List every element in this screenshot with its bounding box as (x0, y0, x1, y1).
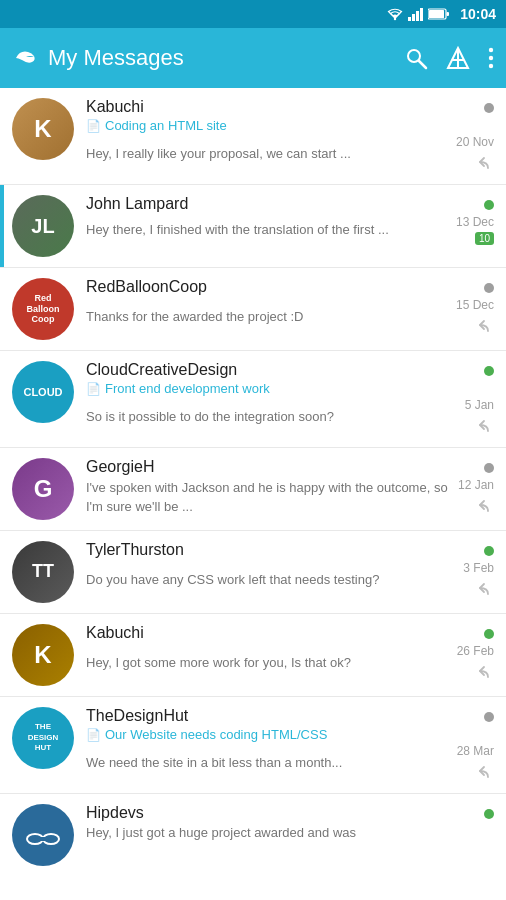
svg-point-16 (27, 834, 43, 844)
toolbar-brand: My Messages (12, 44, 394, 72)
message-date: 5 Jan (465, 398, 494, 412)
message-meta (484, 281, 494, 293)
message-subject: 📄 Front end development work (86, 381, 494, 396)
brand-icon (12, 44, 40, 72)
avatar: RedBalloonCoop (12, 278, 74, 340)
avatar: K (12, 98, 74, 160)
message-date: 12 Jan (458, 478, 494, 492)
message-content: RedBalloonCoopThanks for the awarded the… (86, 278, 494, 340)
avatar: JL (12, 195, 74, 257)
message-item[interactable]: RedBalloonCoopRedBalloonCoopThanks for t… (0, 268, 506, 351)
sender-name: CloudCreativeDesign (86, 361, 237, 379)
message-item[interactable]: CLOUDCloudCreativeDesign📄 Front end deve… (0, 351, 506, 448)
avatar: THEDESIGNHUT (12, 707, 74, 769)
message-preview: Hey, I really like your proposal, we can… (86, 145, 448, 163)
message-content: KabuchiHey, I got some more work for you… (86, 624, 494, 686)
toolbar-title: My Messages (48, 45, 184, 71)
message-meta (484, 627, 494, 639)
svg-point-13 (489, 48, 493, 52)
message-footer: We need the site in a bit less than a mo… (86, 744, 494, 783)
message-list[interactable]: KKabuchi📄 Coding an HTML siteHey, I real… (0, 88, 506, 900)
message-preview: Thanks for the awarded the project :D (86, 308, 448, 326)
online-dot (484, 629, 494, 639)
message-content: CloudCreativeDesign📄 Front end developme… (86, 361, 494, 437)
message-item[interactable]: TTTylerThurstonDo you have any CSS work … (0, 531, 506, 614)
reply-icon (478, 419, 494, 437)
svg-rect-1 (408, 17, 411, 21)
message-header: TheDesignHut (86, 707, 494, 725)
message-item[interactable]: GGeorgieHI've spoken with Jackson and he… (0, 448, 506, 531)
sender-name: John Lampard (86, 195, 188, 213)
more-icon (488, 46, 494, 70)
doc-icon: 📄 (86, 728, 101, 742)
message-footer: Hey, I got some more work for you, Is th… (86, 644, 494, 683)
sender-name: RedBalloonCoop (86, 278, 207, 296)
svg-rect-18 (41, 837, 45, 841)
status-bar: 10:04 (0, 0, 506, 28)
offline-dot (484, 103, 494, 113)
message-date: 20 Nov (456, 135, 494, 149)
message-content: GeorgieHI've spoken with Jackson and he … (86, 458, 494, 520)
message-item[interactable]: THEDESIGNHUTTheDesignHut📄 Our Website ne… (0, 697, 506, 794)
message-meta (484, 101, 494, 113)
sender-name: Kabuchi (86, 624, 144, 642)
svg-point-15 (489, 64, 493, 68)
message-header: Hipdevs (86, 804, 494, 822)
message-header: Kabuchi (86, 624, 494, 642)
reply-icon (478, 582, 494, 600)
message-header: TylerThurston (86, 541, 494, 559)
signal-icon (408, 7, 424, 21)
online-dot (484, 809, 494, 819)
svg-rect-6 (429, 10, 444, 18)
compose-icon (446, 46, 470, 70)
online-dot (484, 366, 494, 376)
toolbar-actions (404, 46, 494, 70)
message-meta (484, 198, 494, 210)
message-item[interactable]: KKabuchi📄 Coding an HTML siteHey, I real… (0, 88, 506, 185)
message-item[interactable]: KKabuchiHey, I got some more work for yo… (0, 614, 506, 697)
svg-rect-3 (416, 11, 419, 21)
offline-dot (484, 463, 494, 473)
message-header: John Lampard (86, 195, 494, 213)
message-header: Kabuchi (86, 98, 494, 116)
message-header: GeorgieH (86, 458, 494, 476)
status-icons: 10:04 (386, 6, 496, 22)
svg-point-14 (489, 56, 493, 60)
message-header: RedBalloonCoop (86, 278, 494, 296)
unread-badge: 10 (475, 232, 494, 245)
more-button[interactable] (488, 46, 494, 70)
battery-icon (428, 8, 450, 20)
message-item[interactable]: JLJohn LampardHey there, I finished with… (0, 185, 506, 268)
message-item[interactable]: HipdevsHey, I just got a huge project aw… (0, 794, 506, 876)
message-content: TheDesignHut📄 Our Website needs coding H… (86, 707, 494, 783)
online-dot (484, 546, 494, 556)
compose-button[interactable] (446, 46, 470, 70)
message-header: CloudCreativeDesign (86, 361, 494, 379)
search-button[interactable] (404, 46, 428, 70)
message-content: Kabuchi📄 Coding an HTML siteHey, I reall… (86, 98, 494, 174)
avatar: TT (12, 541, 74, 603)
message-footer: Do you have any CSS work left that needs… (86, 561, 494, 600)
message-preview: So is it possible to do the integration … (86, 408, 457, 426)
reply-icon (478, 156, 494, 174)
avatar: CLOUD (12, 361, 74, 423)
message-content: HipdevsHey, I just got a huge project aw… (86, 804, 494, 866)
message-date: 3 Feb (463, 561, 494, 575)
message-footer: So is it possible to do the integration … (86, 398, 494, 437)
avatar: K (12, 624, 74, 686)
message-preview: Hey there, I finished with the translati… (86, 221, 448, 239)
reply-icon (478, 665, 494, 683)
message-content: TylerThurstonDo you have any CSS work le… (86, 541, 494, 603)
svg-line-9 (419, 61, 426, 68)
svg-rect-2 (412, 14, 415, 21)
avatar: G (12, 458, 74, 520)
sender-name: Kabuchi (86, 98, 144, 116)
reply-icon (478, 765, 494, 783)
sender-name: TylerThurston (86, 541, 184, 559)
doc-icon: 📄 (86, 382, 101, 396)
message-subject: 📄 Our Website needs coding HTML/CSS (86, 727, 494, 742)
offline-dot (484, 283, 494, 293)
sender-name: GeorgieH (86, 458, 154, 476)
message-preview: Hey, I just got a huge project awarded a… (86, 824, 486, 842)
message-date: 13 Dec (456, 215, 494, 229)
